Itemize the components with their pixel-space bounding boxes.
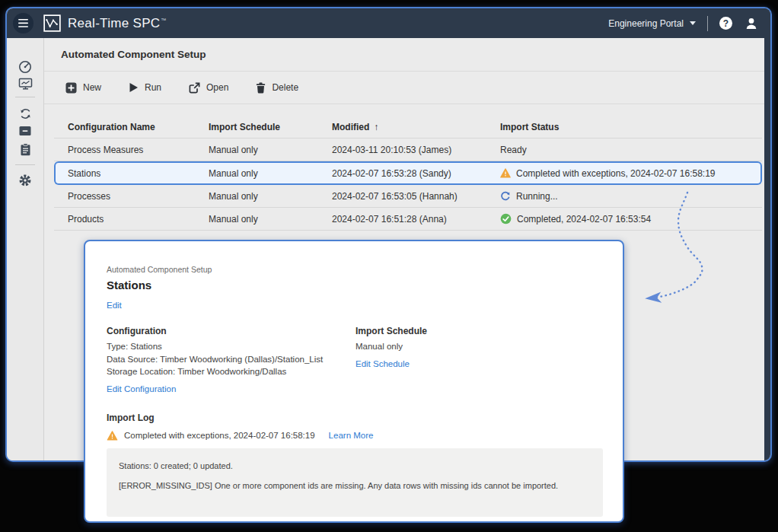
import-schedule: Manual only [209, 145, 332, 155]
sidebar-divider [15, 97, 35, 97]
config-name: Stations [68, 168, 209, 179]
column-import-schedule[interactable]: Import Schedule [209, 122, 332, 132]
modified: 2024-02-07 16:53:05 (Hannah) [332, 191, 500, 202]
chevron-down-icon [690, 21, 696, 25]
panel-title: Stations [107, 279, 601, 291]
column-configuration-name[interactable]: Configuration Name [68, 122, 209, 132]
hamburger-icon [18, 19, 28, 27]
topbar-divider [707, 16, 708, 31]
warning-icon [500, 168, 511, 178]
sidebar-divider [15, 164, 35, 165]
table-row-process-measures[interactable]: Process Measures Manual only 2024-03-11 … [54, 139, 762, 161]
run-button[interactable]: Run [124, 79, 166, 96]
monitor-chart-icon [18, 77, 33, 91]
config-storage-location-line: Storage Location: Timber Woodworking/Dal… [107, 367, 356, 377]
edit-schedule-link[interactable]: Edit Schedule [356, 359, 410, 368]
column-modified[interactable]: Modified↑ [332, 122, 500, 132]
run-label: Run [145, 82, 161, 93]
import-schedule-section: Import Schedule Manual only Edit Schedul… [356, 326, 427, 395]
import-status: Ready [500, 145, 762, 155]
screenshot-stage: Real-Time SPC™ Engineering Portal ? [0, 0, 778, 532]
modified: 2024-02-07 16:53:28 (Sandy) [332, 168, 500, 179]
archive-box-icon [18, 125, 32, 137]
import-schedule-heading: Import Schedule [356, 326, 427, 336]
warning-icon [107, 431, 118, 441]
open-button[interactable]: Open [184, 79, 233, 97]
modified: 2024-02-07 16:51:28 (Anna) [332, 214, 500, 225]
topbar: Real-Time SPC™ Engineering Portal ? [7, 8, 770, 38]
config-name: Products [68, 214, 209, 225]
gauge-icon [18, 60, 32, 74]
detail-panel: Automated Component Setup Stations Edit … [84, 240, 624, 523]
plus-square-icon [65, 82, 77, 94]
import-schedule: Manual only [209, 214, 332, 225]
table-header-row: Configuration Name Import Schedule Modif… [54, 116, 762, 139]
sidebar [7, 38, 44, 460]
log-status-text: Completed with exceptions, 2024-02-07 16… [124, 431, 315, 440]
log-line-error: [ERROR_MISSING_IDS] One or more componen… [119, 481, 591, 490]
config-type-line: Type: Stations [107, 342, 356, 352]
edit-configuration-link[interactable]: Edit Configuration [107, 384, 176, 393]
open-external-icon [189, 82, 200, 94]
new-button[interactable]: New [61, 79, 106, 97]
configuration-heading: Configuration [107, 326, 356, 336]
actions-toolbar: New Run Open [44, 72, 764, 104]
modified-label: Modified [332, 122, 369, 132]
delete-label: Delete [272, 82, 298, 93]
spc-chart-logo-icon [43, 14, 61, 32]
hamburger-menu-button[interactable] [13, 13, 33, 33]
sort-ascending-icon: ↑ [374, 122, 378, 132]
modified: 2024-03-11 20:10:53 (James) [332, 145, 500, 155]
learn-more-link[interactable]: Learn More [329, 431, 374, 440]
config-name: Process Measures [68, 145, 209, 155]
panel-breadcrumb: Automated Component Setup [107, 265, 601, 274]
column-import-status[interactable]: Import Status [500, 122, 762, 132]
running-refresh-icon [500, 191, 511, 202]
sidebar-item-checklist[interactable] [7, 140, 43, 158]
import-schedule: Manual only [209, 191, 332, 202]
success-check-icon [500, 213, 512, 225]
config-name: Processes [68, 191, 209, 202]
import-status: Completed with exceptions, 2024-02-07 16… [500, 168, 762, 179]
new-label: New [83, 82, 101, 93]
person-icon [745, 17, 758, 30]
configuration-section: Configuration Type: Stations Data Source… [107, 326, 356, 395]
question-mark-icon: ? [723, 18, 729, 29]
table-row-stations-selected[interactable]: Stations Manual only 2024-02-07 16:53:28… [54, 161, 762, 185]
clipboard-icon [20, 143, 31, 156]
app-logo [43, 14, 61, 32]
gear-icon [18, 174, 32, 187]
edit-link[interactable]: Edit [107, 301, 601, 310]
portal-label: Engineering Portal [608, 18, 684, 29]
help-button[interactable]: ? [719, 17, 732, 30]
import-log-output: Stations: 0 created; 0 updated. [ERROR_M… [107, 448, 603, 517]
callout-dashed-arrow [624, 186, 723, 308]
page-title: Automated Component Setup [61, 49, 206, 60]
import-schedule-value: Manual only [356, 342, 427, 352]
play-icon [129, 82, 139, 93]
sidebar-item-sync[interactable] [7, 104, 43, 123]
import-log-heading: Import Log [107, 413, 601, 423]
sync-icon [19, 107, 32, 120]
delete-button[interactable]: Delete [251, 79, 303, 97]
status-text: Completed with exceptions, 2024-02-07 16… [516, 168, 716, 179]
trademark-symbol: ™ [161, 18, 166, 23]
user-account-button[interactable] [745, 17, 758, 30]
trash-icon [256, 82, 266, 94]
app-title: Real-Time SPC™ [68, 16, 167, 31]
sidebar-item-archive[interactable] [7, 122, 43, 140]
status-text: Running... [516, 191, 558, 202]
log-line-summary: Stations: 0 created; 0 updated. [119, 461, 591, 470]
config-data-source-line: Data Source: Timber Woodworking (Dallas)… [107, 355, 356, 365]
portal-dropdown[interactable]: Engineering Portal [608, 18, 696, 29]
import-log-section: Import Log Completed with exceptions, 20… [107, 413, 601, 517]
status-text: Ready [500, 145, 527, 155]
sidebar-item-settings[interactable] [7, 171, 43, 190]
open-label: Open [206, 82, 228, 93]
import-schedule: Manual only [209, 168, 332, 179]
sidebar-item-dashboard[interactable] [7, 58, 43, 76]
page-header: Automated Component Setup [44, 38, 764, 72]
sidebar-item-charts[interactable] [7, 75, 43, 93]
window-right-edge-strip [764, 8, 770, 460]
